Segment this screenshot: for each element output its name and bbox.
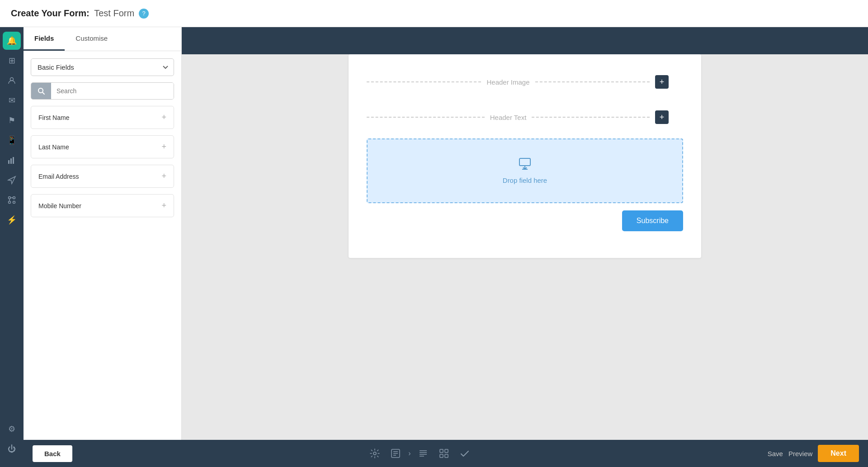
step-form-icon[interactable] <box>387 445 404 462</box>
field-label-last-name: Last Name <box>38 143 69 151</box>
save-button[interactable]: Save <box>768 450 783 457</box>
svg-rect-26 <box>440 454 443 457</box>
step-config-icon[interactable] <box>436 445 452 462</box>
field-label-first-name: First Name <box>38 114 69 121</box>
step-approve-icon[interactable] <box>457 445 473 462</box>
svg-point-4 <box>9 197 11 199</box>
header-text-label: Header Text <box>490 114 527 121</box>
bottom-steps: › <box>80 445 760 462</box>
field-item-mobile[interactable]: Mobile Number + <box>31 194 174 217</box>
svg-point-5 <box>13 197 15 199</box>
integrations-icon[interactable] <box>3 191 21 209</box>
dashed-line-left <box>367 81 481 82</box>
svg-rect-1 <box>8 160 9 164</box>
search-input[interactable] <box>51 83 174 99</box>
preview-button[interactable]: Preview <box>788 450 812 457</box>
step-list-icon[interactable] <box>415 445 431 462</box>
add-header-text-button[interactable]: + <box>655 110 669 124</box>
automation-icon[interactable]: ⚡ <box>3 211 21 229</box>
next-button[interactable]: Next <box>818 445 859 462</box>
panel-body: Basic Fields Advanced Fields Custom Fiel… <box>24 51 181 224</box>
field-item-last-name[interactable]: Last Name + <box>31 135 174 158</box>
add-first-name-icon[interactable]: + <box>161 113 166 122</box>
email-icon[interactable]: ✉ <box>3 91 21 110</box>
dashed-line-right <box>535 81 650 82</box>
page-title: Create Your Form: Test Form <box>11 8 134 19</box>
reports-icon[interactable] <box>3 151 21 169</box>
bottom-bar: Back › <box>24 440 868 467</box>
left-panel: Fields Customise Basic Fields Advanced F… <box>24 27 182 440</box>
header-image-row: Header Image + <box>367 68 683 96</box>
tabs-row: Fields Customise <box>24 27 181 51</box>
form-preview: Header Image + Header Text + <box>349 54 701 258</box>
svg-rect-25 <box>445 449 448 453</box>
contacts-icon[interactable] <box>3 71 21 90</box>
panel-layout: Fields Customise Basic Fields Advanced F… <box>24 27 868 440</box>
header-text-row: Header Text + <box>367 103 683 131</box>
title-prefix: Create Your Form: <box>11 8 90 18</box>
field-item-email[interactable]: Email Address + <box>31 165 174 188</box>
settings-icon[interactable]: ⚙ <box>3 420 21 438</box>
flag-icon[interactable]: ⚑ <box>3 111 21 129</box>
search-button[interactable] <box>31 83 51 99</box>
svg-rect-12 <box>519 158 530 166</box>
dashed-line-right2 <box>532 117 650 118</box>
bell-icon[interactable]: 🔔 <box>3 32 21 50</box>
field-label-mobile: Mobile Number <box>38 202 81 210</box>
add-last-name-icon[interactable]: + <box>161 142 166 152</box>
subscribe-row: Subscribe <box>367 210 683 231</box>
tab-fields[interactable]: Fields <box>24 27 65 51</box>
main-layout: 🔔 ⊞ ✉ ⚑ 📱 ⚡ ⚙ ⏻ Fields <box>0 27 868 467</box>
left-sidebar: 🔔 ⊞ ✉ ⚑ 📱 ⚡ ⚙ ⏻ <box>0 27 24 467</box>
bottom-actions: Save Preview Next <box>768 445 859 462</box>
add-header-image-button[interactable]: + <box>655 75 669 89</box>
dashed-line-left2 <box>367 117 485 118</box>
add-email-icon[interactable]: + <box>161 172 166 181</box>
send-icon[interactable] <box>3 171 21 189</box>
subscribe-button[interactable]: Subscribe <box>622 210 683 231</box>
mobile-icon[interactable]: 📱 <box>3 131 21 149</box>
canvas-area: Header Image + Header Text + <box>182 27 868 440</box>
svg-rect-2 <box>10 158 12 164</box>
content-area: Fields Customise Basic Fields Advanced F… <box>24 27 868 467</box>
canvas-topstrip <box>182 27 868 54</box>
svg-point-7 <box>13 201 15 204</box>
svg-rect-24 <box>440 449 443 453</box>
step-settings-icon[interactable] <box>367 445 383 462</box>
header-image-label: Header Image <box>486 78 529 86</box>
svg-point-15 <box>373 452 376 455</box>
form-name: Test Form <box>94 8 134 18</box>
svg-point-6 <box>9 201 11 204</box>
svg-rect-27 <box>445 454 448 457</box>
dashboard-icon[interactable]: ⊞ <box>3 52 21 70</box>
svg-line-11 <box>42 92 44 94</box>
drop-zone-label: Drop field here <box>503 176 547 184</box>
drop-zone-icon <box>518 157 532 173</box>
power-icon[interactable]: ⏻ <box>3 440 21 458</box>
tab-customise[interactable]: Customise <box>65 27 118 51</box>
add-mobile-icon[interactable]: + <box>161 201 166 210</box>
search-row <box>31 82 174 100</box>
drop-zone[interactable]: Drop field here <box>367 138 683 203</box>
step-arrow: › <box>408 449 410 457</box>
top-header: Create Your Form: Test Form ? <box>0 0 868 27</box>
svg-rect-3 <box>13 157 14 164</box>
back-button[interactable]: Back <box>33 445 72 462</box>
field-type-dropdown[interactable]: Basic Fields Advanced Fields Custom Fiel… <box>31 58 174 76</box>
field-item-first-name[interactable]: First Name + <box>31 106 174 129</box>
field-type-dropdown-wrapper: Basic Fields Advanced Fields Custom Fiel… <box>31 58 174 76</box>
help-icon[interactable]: ? <box>139 9 149 19</box>
field-label-email: Email Address <box>38 173 79 180</box>
